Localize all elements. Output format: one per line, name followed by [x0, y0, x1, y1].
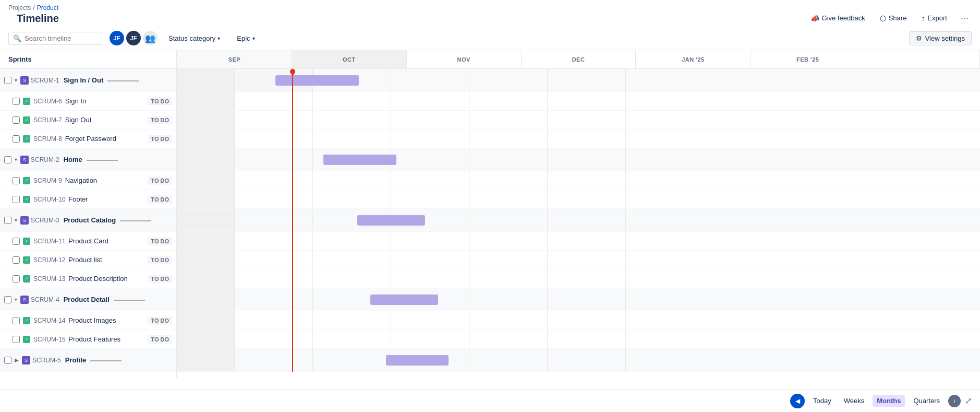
- sprint-checkbox-scrum2[interactable]: [4, 156, 11, 163]
- task-row-scrum9[interactable]: ✓ SCRUM-9 Navigation TO DO: [0, 171, 176, 190]
- share-button[interactable]: ⬡ Share: [876, 12, 911, 25]
- task-icon-scrum13: ✓: [23, 275, 30, 282]
- right-panel: [177, 69, 980, 378]
- sprint-underline-2: [87, 160, 118, 161]
- scroll-area: ▾ S SCRUM-1 Sign In / Out ✓ SCRUM-6 Sign…: [0, 69, 980, 378]
- sprint-icon-scrum3: S: [20, 216, 29, 225]
- today-triangle: [290, 72, 295, 76]
- sprint-bar-scrum5[interactable]: [386, 355, 449, 366]
- search-icon: 🔍: [13, 34, 21, 42]
- breadcrumb-projects[interactable]: Projects: [8, 4, 31, 11]
- task-checkbox-scrum10[interactable]: [13, 196, 20, 203]
- task-row-scrum12[interactable]: ✓ SCRUM-12 Product list TO DO: [0, 251, 176, 269]
- megaphone-icon: 📣: [810, 14, 819, 22]
- timeline-header-row: Sprints SEP OCT NOV DEC JAN '25 FEB '25: [0, 50, 980, 69]
- task-row-scrum11[interactable]: ✓ SCRUM-11 Product Card TO DO: [0, 232, 176, 251]
- sprint-checkbox-scrum4[interactable]: [4, 296, 11, 303]
- gantt-row-scrum7: [177, 111, 980, 130]
- task-checkbox-scrum12[interactable]: [13, 256, 20, 264]
- task-row-scrum10[interactable]: ✓ SCRUM-10 Footer TO DO: [0, 190, 176, 209]
- sprint-bar-scrum4[interactable]: [370, 295, 438, 305]
- task-id-scrum13: SCRUM-13: [33, 275, 65, 282]
- sprint-underline-5: [90, 360, 122, 361]
- sprint-checkbox-scrum5[interactable]: [4, 357, 11, 364]
- sprint-name-scrum3: Product Catalog: [64, 216, 116, 224]
- sprint-icon-scrum5: S: [22, 356, 30, 364]
- task-row-scrum14[interactable]: ✓ SCRUM-14 Product Images TO DO: [0, 311, 176, 330]
- avatar-user2[interactable]: JF: [126, 31, 141, 45]
- export-button[interactable]: ↑ Export: [917, 12, 951, 25]
- sprint-row-scrum1[interactable]: ▾ S SCRUM-1 Sign In / Out: [0, 69, 176, 92]
- task-row-scrum7[interactable]: ✓ SCRUM-7 Sign Out TO DO: [0, 111, 176, 130]
- caret-icon: ▾: [217, 36, 220, 41]
- sprint-bar-scrum3[interactable]: [357, 215, 425, 226]
- task-id-scrum9: SCRUM-9: [33, 177, 62, 184]
- chevron-right-icon-5[interactable]: ▶: [14, 356, 20, 364]
- more-options-button[interactable]: ···: [958, 11, 972, 25]
- task-icon-scrum9: ✓: [23, 177, 30, 184]
- month-extra: [865, 50, 980, 68]
- task-status-scrum9: TO DO: [148, 176, 172, 185]
- task-checkbox-scrum6[interactable]: [13, 98, 20, 105]
- sprint-row-scrum3[interactable]: ▾ S SCRUM-3 Product Catalog: [0, 209, 176, 232]
- status-category-filter[interactable]: Status category ▾: [163, 32, 226, 45]
- task-icon-scrum8: ✓: [23, 135, 30, 143]
- share-icon: ⬡: [880, 14, 886, 22]
- gantt-row-scrum10: [177, 190, 980, 209]
- chevron-down-icon-2[interactable]: ▾: [14, 156, 18, 163]
- task-status-scrum11: TO DO: [148, 237, 172, 245]
- task-status-scrum6: TO DO: [148, 97, 172, 105]
- month-sep: SEP: [177, 50, 292, 68]
- sprint-bar-scrum2[interactable]: [323, 155, 396, 165]
- task-row-scrum6[interactable]: ✓ SCRUM-6 Sign In TO DO: [0, 92, 176, 111]
- sprint-bar-scrum1[interactable]: [275, 75, 359, 86]
- view-settings-button[interactable]: ⚙ View settings: [909, 31, 972, 45]
- epic-filter[interactable]: Epic ▾: [231, 32, 260, 45]
- gantt-row-scrum9: [177, 171, 980, 190]
- sprint-row-scrum4[interactable]: ▾ S SCRUM-4 Product Detail: [0, 288, 176, 311]
- task-name-scrum12: Product list: [68, 256, 102, 264]
- header-actions: 📣 Give feedback ⬡ Share ↑ Export ···: [806, 11, 972, 25]
- task-checkbox-scrum14[interactable]: [13, 317, 20, 324]
- task-checkbox-scrum13[interactable]: [13, 275, 20, 282]
- toolbar: 🔍 JF JF 👥 Status category ▾ Epic ▾ ⚙ Vie…: [0, 27, 980, 50]
- task-name-scrum11: Product Card: [68, 237, 108, 245]
- col-dec: [391, 69, 469, 91]
- chevron-down-icon[interactable]: ▾: [14, 76, 18, 84]
- gantt-row-scrum13: [177, 269, 980, 288]
- col-jan: [469, 69, 548, 91]
- search-input[interactable]: [25, 34, 98, 42]
- task-status-scrum14: TO DO: [148, 316, 172, 325]
- task-row-scrum8[interactable]: ✓ SCRUM-8 Forget Password TO DO: [0, 130, 176, 148]
- avatar-user1[interactable]: JF: [110, 31, 124, 45]
- gantt-row-scrum5-sprint: [177, 349, 980, 372]
- give-feedback-button[interactable]: 📣 Give feedback: [806, 12, 869, 25]
- sprint-row-scrum5[interactable]: ▶ S SCRUM-5 Profile: [0, 349, 176, 372]
- gantt-row-scrum3-sprint: [177, 209, 980, 232]
- search-box[interactable]: 🔍: [8, 32, 102, 45]
- task-status-scrum12: TO DO: [148, 256, 172, 264]
- sprint-row-scrum2[interactable]: ▾ S SCRUM-2 Home: [0, 148, 176, 171]
- task-row-scrum15[interactable]: ✓ SCRUM-15 Product Features TO DO: [0, 330, 176, 349]
- task-checkbox-scrum8[interactable]: [13, 135, 20, 143]
- task-checkbox-scrum7[interactable]: [13, 116, 20, 124]
- sprint-checkbox-scrum3[interactable]: [4, 217, 11, 224]
- sprints-label: Sprints: [8, 55, 32, 63]
- task-id-scrum12: SCRUM-12: [33, 256, 65, 264]
- task-checkbox-scrum11[interactable]: [13, 238, 20, 245]
- avatar-group-icon[interactable]: 👥: [143, 31, 158, 45]
- task-checkbox-scrum9[interactable]: [13, 177, 20, 184]
- task-icon-scrum15: ✓: [23, 336, 30, 343]
- sprint-underline-4: [114, 300, 145, 301]
- gantt-row-scrum6: [177, 92, 980, 111]
- task-id-scrum11: SCRUM-11: [33, 238, 65, 245]
- task-row-scrum13[interactable]: ✓ SCRUM-13 Product Description TO DO: [0, 269, 176, 288]
- task-checkbox-scrum15[interactable]: [13, 336, 20, 343]
- chevron-down-icon-4[interactable]: ▾: [14, 296, 18, 303]
- month-dec: DEC: [522, 50, 636, 68]
- sprint-id-scrum2: SCRUM-2: [31, 156, 59, 163]
- sprint-checkbox-scrum1[interactable]: [4, 77, 11, 84]
- chevron-down-icon-3[interactable]: ▾: [14, 216, 18, 224]
- task-name-scrum13: Product Description: [68, 275, 127, 282]
- task-name-scrum14: Product Images: [68, 316, 116, 324]
